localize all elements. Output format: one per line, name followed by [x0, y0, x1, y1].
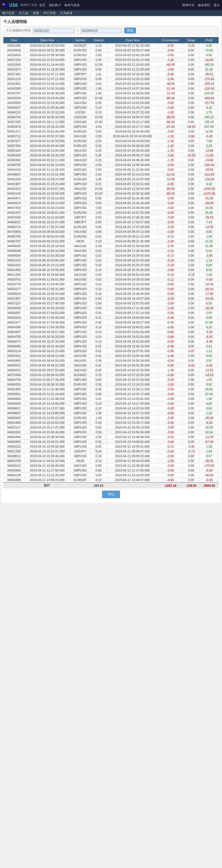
table-header-row: Deal Open time Symbol Volume Close time … — [4, 37, 219, 43]
table-row: 344587142019-04-05 17:25:24.000EURUSD0.5… — [4, 225, 219, 229]
table-row: 345753042019-04-10 04:56:43.000AUDNZD0.1… — [4, 373, 219, 377]
table-row: 343887552019-04-04 13:02:19.000GBPUSD0.5… — [4, 163, 219, 167]
export-area: 导出 — [3, 488, 219, 500]
table-row: 344449712019-04-05 15:33:53.000GBPUSD0.5… — [4, 196, 219, 201]
table-row: 344950482019-04-08 10:20:18.000XAUUSD0.0… — [4, 249, 219, 253]
table-row: 343567502019-04-03 18:05:18.000USDCAD10.… — [4, 115, 219, 120]
filter-bar: 个人业绩统计时间 ~ 筛选 — [3, 26, 219, 35]
table-row: 345847692019-04-10 09:27:18.000GBPUSD0.5… — [4, 377, 219, 382]
table-row: 343491332019-04-03 16:33:32.000USDSD0.10… — [4, 110, 219, 115]
table-row: 344419672019-04-05 15:19:25.000GBPUSD0.0… — [4, 182, 219, 186]
table-row: 344827872019-04-09 04:15:02.000HKS00.102… — [4, 239, 219, 244]
filter-button[interactable]: 筛选 — [124, 28, 136, 33]
table-row: 345648472019-04-09 18:34:57.000GBPUSD0.1… — [4, 330, 219, 335]
table-row: 343435342019-04-03 15:14:44.000GBPUSD10.… — [4, 96, 219, 100]
table-row: 345521072019-04-09 15:27:48.000GBPUSD0.5… — [4, 301, 219, 306]
table-row: 344784582019-04-08 08:56:04.000XAUUSD0.8… — [4, 229, 219, 234]
table-row: 344474532019-04-05 15:42:23.000GBPUSD0.5… — [4, 206, 219, 210]
sub-nav-promo[interactable]: 优惠 — [33, 11, 39, 15]
table-row: 344419132019-04-05 15:29:57.000XAUUSD10.… — [4, 186, 219, 191]
nav-billing[interactable]: 账单与税务 — [65, 3, 80, 7]
col-close-time: Close time — [107, 37, 158, 43]
filter-label: 个人业绩统计时间 — [6, 28, 31, 33]
table-row: 345010152019-04-08 16:04:06.000GBPUSD0.0… — [4, 258, 219, 263]
main-nav: 首页 我的账户 账单与税务 — [39, 3, 80, 7]
table-row: 346427082019-04-11 04:31:23.000HKS00.102… — [4, 459, 219, 463]
table-row: 344341302019-04-05 11:12:05.000NZDUSD0.5… — [4, 167, 219, 172]
table-row: 343411192019-04-03 12:47:11.000GBPUSD0.9… — [4, 77, 219, 82]
sub-nav-overview[interactable]: 账户总览 — [2, 11, 14, 15]
table-row: 345643902019-04-09 17:54:26.000GBPUSD9.1… — [4, 325, 219, 330]
table-row: 343570322019-04-03 18:11:12.000USDCAD10.… — [4, 120, 219, 124]
sub-nav-deposit[interactable]: 出入金 — [19, 11, 28, 15]
table-row: 346386122019-04-10 15:30:46.000GBPUSD0.1… — [4, 454, 219, 459]
table-row: 343427972019-04-03 15:06:36.000GBPUSD1.9… — [4, 91, 219, 96]
table-row: 345620242019-04-09 17:49:49.000GBPUSD0.0… — [4, 315, 219, 320]
col-symbol: Symbol — [70, 37, 90, 43]
trades-table: Deal Open time Symbol Volume Close time … — [3, 37, 219, 488]
table-row: 346021172019-04-10 15:17:47.000GBPUSD0.5… — [4, 425, 219, 430]
table-row: 343609782019-04-03 19:16:32.000GBPUSD4.5… — [4, 124, 219, 129]
table-row: 344995592019-04-08 15:53:38.000GBPUSD0.0… — [4, 253, 219, 258]
nav-account[interactable]: 我的账户 — [49, 3, 61, 7]
table-row: 343423832019-04-03 14:32:19.000GBPUSD1.9… — [4, 86, 219, 91]
col-open-time: Open time — [24, 37, 70, 43]
table-row: 346058932019-04-10 15:46:02.000GBPUSD0.5… — [4, 439, 219, 444]
footer-volume: 224.23 — [90, 483, 107, 488]
export-button[interactable]: 导出 — [102, 491, 120, 498]
language-selector[interactable]: 简体中文 — [182, 3, 194, 7]
main-page: 个人业绩明细 个人业绩统计时间 ~ 筛选 Deal Open time Symb… — [1, 17, 221, 503]
table-row: 343653502019-04-04 09:18:32.000GBPUSD0.5… — [4, 153, 219, 158]
table-row: 345929312019-04-10 11:51:19.000GBPUSD0.5… — [4, 392, 219, 397]
date-from-input[interactable] — [33, 28, 74, 33]
col-volume: Volume — [90, 37, 107, 43]
logo: 🇦🇺 US6 — [2, 3, 18, 8]
table-row: 345307412019-04-09 11:54:01.000XAUUSD0.0… — [4, 277, 219, 282]
table-row: 345595492019-04-09 16:55:18.000GBPUSD0.5… — [4, 306, 219, 311]
footer-commission: -1252.18 — [158, 483, 182, 488]
header-right: 简体中文 修改密码 退出 — [182, 3, 220, 7]
table-row: 345969262019-04-10 11:31:48.000GBPUSD0.0… — [4, 397, 219, 401]
table-row: 346004282019-04-10 14:55:22.000EURUSD1.0… — [4, 415, 219, 421]
table-row: 345307792019-04-09 11:54:45.000GBPUSD0.1… — [4, 282, 219, 287]
sub-nav-forex[interactable]: 外汇学堂 — [43, 11, 56, 15]
table-row: 344525462019-04-05 16:41:04.000GBPJPY0.5… — [4, 215, 219, 220]
table-row: 346033912019-04-10 15:30:40.000GBPUSD0.5… — [4, 430, 219, 435]
change-password[interactable]: 修改密码 — [198, 3, 210, 7]
nav-home[interactable]: 首页 — [39, 3, 45, 7]
table-row: 345651912019-04-09 18:44:12.000XAUUSD0.4… — [4, 353, 219, 358]
col-deal: Deal — [4, 37, 24, 43]
table-row: 343184162019-04-03 07:39:36.000EURUSD0.5… — [4, 53, 219, 58]
date-separator: ~ — [77, 29, 78, 32]
sub-nav-standards[interactable]: 行为标准 — [60, 11, 73, 15]
sub-header: 账户总览 出入金 优惠 外汇学堂 行为标准 — [0, 10, 222, 16]
table-row: 344560312019-04-05 16:41:07.000GBPJPY0.5… — [4, 220, 219, 225]
footer-label: 合计 — [4, 483, 90, 488]
table-row: 344421432019-04-05 15:29:58.000GBPUSD10.… — [4, 191, 219, 196]
table-row: 345651142019-04-09 18:42:25.000GBPUSD0.0… — [4, 349, 219, 353]
table-row: 345656122019-04-09 18:57:55.000XAUUSD0.2… — [4, 368, 219, 373]
table-row: 345984492019-04-10 14:14:06.000GBPUSD0.1… — [4, 401, 219, 406]
table-row: 346018842019-04-10 15:16:03.000GBPUSD0.5… — [4, 421, 219, 425]
table-row: 343439632019-04-03 15:19:39.000XAUUSD0.5… — [4, 100, 219, 105]
table-row: 344524372019-04-05 16:06:01.000EURUSD1.0… — [4, 210, 219, 215]
table-row: 345650732019-04-09 18:37:30.000GBPUSD0.1… — [4, 339, 219, 344]
table-row: 343651842019-04-04 02:12:45.000XAUUSD0.2… — [4, 148, 219, 153]
logout[interactable]: 退出 — [214, 3, 220, 7]
table-row: 344398372019-04-05 14:10:51.000GBPUSD2.0… — [4, 172, 219, 177]
table-row: 343272932019-04-03 10:22:54.000GBPUSD0.5… — [4, 58, 219, 62]
table-row: 343315432019-04-03 11:14:44.000GBPUSD10.… — [4, 62, 219, 67]
table-row: 343374022019-04-03 12:47:11.000GBPJPY1.0… — [4, 72, 219, 77]
table-row: 346631382019-04-11 11:21:00.000GBPUSD0.5… — [4, 473, 219, 478]
date-to-input[interactable] — [80, 28, 122, 33]
footer-swap: -138.59 — [182, 483, 199, 488]
table-row: 346091322019-04-10 15:49:05.000GBPUSD0.0… — [4, 444, 219, 449]
table-row: 345624772019-04-09 17:54:26.000GBPUSD0.9… — [4, 320, 219, 325]
brand-subtitle: 澳洲外汇市场 — [20, 3, 37, 7]
footer-empty — [107, 483, 158, 488]
header: 🇦🇺 US6 澳洲外汇市场 首页 我的账户 账单与税务 简体中文 修改密码 退出 — [0, 0, 222, 10]
table-row: 345112062019-04-09 19:19:58.000XAUUSD0.0… — [4, 272, 219, 277]
table-row: 343679542019-04-04 02:04:34.000EURUSD0.2… — [4, 144, 219, 148]
col-swap: Swap — [182, 37, 199, 43]
table-row: 346664882019-04-11 14:00:23.000EURCHF0.1… — [4, 478, 219, 483]
